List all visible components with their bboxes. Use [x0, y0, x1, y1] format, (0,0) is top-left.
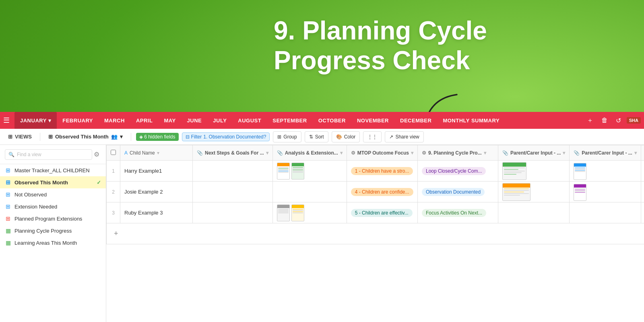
planning-cycle-cell[interactable]: Loop Closed/Cycle Com...: [418, 161, 498, 182]
grid-icon: ⊞: [5, 203, 11, 210]
views-icon: ⊞: [8, 134, 12, 140]
child-name-cell[interactable]: Josie Example 2: [120, 182, 193, 202]
col-analysis[interactable]: 📎 Analysis & Extension... ▾: [272, 145, 347, 161]
parent-carer-2-cell[interactable]: [570, 202, 641, 223]
hamburger-icon[interactable]: ☰: [3, 116, 10, 125]
tab-july[interactable]: JULY: [207, 112, 232, 129]
sidebar-item-observed-this-month[interactable]: ⊞ Observed This Month ✓: [0, 176, 106, 188]
tab-february[interactable]: FEBRUARY: [57, 112, 99, 129]
attachment-icon: 📎: [574, 150, 580, 156]
chart-icon: ▦: [5, 227, 11, 234]
tab-august[interactable]: AUGUST: [232, 112, 267, 129]
steps-goals-cell[interactable]: [193, 182, 273, 202]
col-month[interactable]: 📅 Month ▾: [641, 145, 644, 161]
observed-month-button[interactable]: ⊞ Observed This Month 👥 ▾: [45, 132, 126, 141]
sort-button[interactable]: ⇅ Sort: [305, 131, 328, 142]
select-all-checkbox[interactable]: [111, 150, 116, 155]
tab-monthly-summary[interactable]: MONTHLY SUMMARY: [437, 112, 505, 129]
toolbar-divider-1: [40, 133, 40, 141]
planning-cycle-badge: Observation Documented: [422, 188, 485, 196]
parent-carer-2-thumbnail[interactable]: [574, 184, 586, 201]
child-name-cell[interactable]: Harry Example1: [120, 161, 193, 182]
tab-january[interactable]: JANUARY ▾: [14, 112, 57, 129]
planning-cycle-cell[interactable]: Observation Documented: [418, 182, 498, 202]
sidebar-item-master-tracker[interactable]: ⊞ Master Tracker_ALL CHILDREN: [0, 164, 106, 176]
mtop-outcome-cell[interactable]: 4 - Children are confide...: [347, 182, 417, 202]
add-row[interactable]: +: [107, 223, 644, 244]
tab-november[interactable]: NOVEMBER: [351, 112, 394, 129]
row-height-button[interactable]: ⋮⋮: [363, 131, 382, 142]
sidebar-item-planned-program-extensions[interactable]: ⊞ Planned Program Extensions: [0, 213, 106, 225]
main-content: 🔍 Find a view ⚙ ⊞ Master Tracker_ALL CHI…: [0, 145, 644, 322]
parent-carer-thumbnail-large[interactable]: [502, 183, 530, 201]
col-parent-carer-2[interactable]: 📎 Parent/Carer Input - ... ▾: [570, 145, 641, 161]
search-view-input[interactable]: 🔍 Find a view: [5, 149, 92, 160]
col-sort-icon: ▾: [634, 150, 637, 156]
filter-button[interactable]: ⊟ Filter 1. Observation Documented?: [182, 132, 270, 141]
settings-icon[interactable]: ⚙: [92, 149, 101, 160]
share-view-button[interactable]: ↗ Share view: [385, 131, 423, 142]
doc-thumbnail-2[interactable]: [291, 204, 304, 221]
toolbar-divider-2: [131, 133, 131, 141]
toolbar: ⊞ VIEWS ⊞ Observed This Month 👥 ▾ ◈ 6 hi…: [0, 129, 644, 145]
doc-thumbnail[interactable]: [277, 163, 290, 180]
doc-thumbnail-2[interactable]: [291, 163, 304, 180]
steps-goals-cell[interactable]: [193, 202, 273, 223]
views-button[interactable]: ⊞ VIEWS: [5, 132, 35, 141]
group-icon: ⊞: [277, 134, 281, 140]
color-button[interactable]: 🎨 Color: [332, 131, 360, 142]
month-cell: JAN: [641, 202, 644, 223]
tab-may[interactable]: MAY: [158, 112, 181, 129]
mtop-outcome-cell[interactable]: 1 - Children have a stro...: [347, 161, 417, 182]
planning-cycle-cell[interactable]: Focus Activities On Next...: [418, 202, 498, 223]
col-checkbox[interactable]: [107, 145, 120, 161]
mtop-badge: 1 - Children have a stro...: [351, 167, 413, 175]
filter-icon: ⊟: [186, 134, 190, 140]
parent-carer-thumbnail[interactable]: [502, 162, 526, 180]
parent-carer-2-cell[interactable]: [570, 182, 641, 202]
col-child-name[interactable]: A Child Name ▾: [120, 145, 193, 161]
col-mtop-outcome[interactable]: ⚙ MTOP Outcome Focus ▾: [347, 145, 417, 161]
sidebar-item-extension-needed[interactable]: ⊞ Extension Needed: [0, 200, 106, 213]
child-name-cell[interactable]: Ruby Example 3: [120, 202, 193, 223]
parent-carer-1-cell[interactable]: [498, 161, 570, 182]
add-row-icon[interactable]: +: [111, 229, 118, 237]
col-sort-icon: ▾: [266, 150, 268, 156]
history-button[interactable]: ↺: [613, 115, 623, 126]
attachment-icon: 📎: [502, 150, 508, 156]
col-planning-cycle[interactable]: ⚙ 9. Planning Cycle Pro... ▾: [418, 145, 498, 161]
tab-april[interactable]: APRIL: [130, 112, 159, 129]
add-tab-button[interactable]: ＋: [584, 115, 596, 126]
parent-carer-2-thumbnail[interactable]: [574, 163, 586, 180]
tab-october[interactable]: OCTOBER: [313, 112, 351, 129]
sidebar-item-learning-areas-this-month[interactable]: ▦ Learning Areas This Month: [0, 237, 106, 249]
analysis-thumbnail-group: [277, 163, 343, 180]
col-steps-goals[interactable]: 📎 Next Steps & Goals For ... ▾: [193, 145, 273, 161]
parent-carer-1-cell[interactable]: [498, 202, 570, 223]
tab-march[interactable]: MARCH: [99, 112, 130, 129]
parent-carer-2-cell[interactable]: [570, 161, 641, 182]
parent-carer-1-cell[interactable]: [498, 182, 570, 202]
group-button[interactable]: ⊞ Group: [273, 131, 301, 142]
col-parent-carer-1[interactable]: 📎 Parent/Carer Input - ... ▾: [498, 145, 570, 161]
row-number: 2: [107, 182, 120, 202]
tab-june[interactable]: JUNE: [182, 112, 208, 129]
analysis-thumbnail-group: [277, 204, 343, 221]
month-nav: ☰ JANUARY ▾ FEBRUARY MARCH APRIL MAY JUN…: [0, 112, 644, 129]
doc-thumbnail[interactable]: [277, 204, 290, 221]
tab-september[interactable]: SEPTEMBER: [267, 112, 312, 129]
chart-icon: ▦: [5, 239, 11, 246]
analysis-cell[interactable]: [272, 182, 347, 202]
tab-december[interactable]: DECEMBER: [394, 112, 437, 129]
grid-icon: ⊞: [5, 167, 11, 173]
hidden-fields-button[interactable]: ◈ 6 hidden fields: [136, 133, 179, 141]
mtop-outcome-cell[interactable]: 5 - Children are effectiv...: [347, 202, 417, 223]
delete-button[interactable]: 🗑: [599, 115, 610, 126]
analysis-cell[interactable]: [272, 161, 347, 182]
sidebar-item-not-observed[interactable]: ⊞ Not Observed: [0, 188, 106, 200]
sidebar-item-planning-cycle-progress[interactable]: ▦ Planning Cycle Progress: [0, 225, 106, 237]
analysis-cell[interactable]: [272, 202, 347, 223]
steps-goals-cell[interactable]: [193, 161, 273, 182]
mtop-badge: 4 - Children are confide...: [351, 188, 413, 196]
attachment-icon: 📎: [277, 150, 283, 156]
